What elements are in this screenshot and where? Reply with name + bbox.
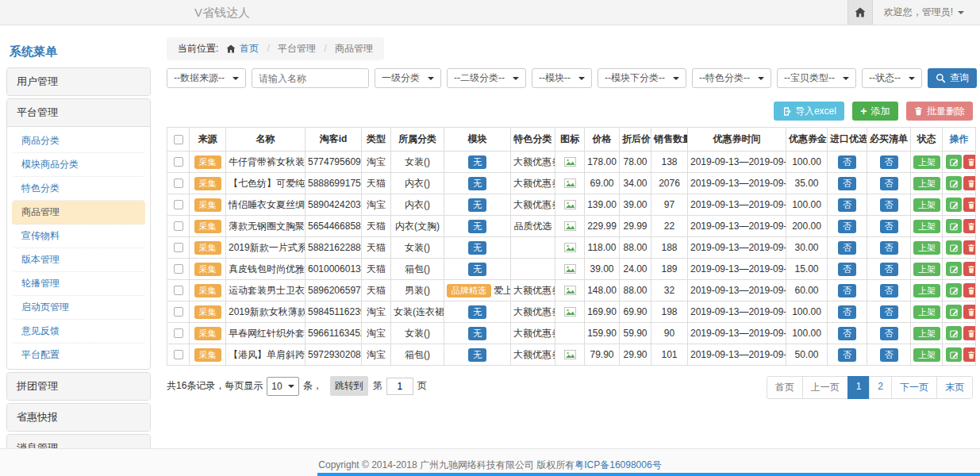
sidebar-subitem-启动页管理[interactable]: 启动页管理	[12, 296, 145, 320]
cell-discount-price: 88.00	[620, 280, 651, 301]
row-checkbox[interactable]	[174, 264, 183, 274]
cell-sales: 22	[651, 216, 688, 237]
caret-down-icon	[288, 385, 294, 388]
delete-button[interactable]	[963, 262, 976, 276]
app-title: V省钱达人	[194, 0, 250, 25]
edit-button[interactable]	[946, 305, 962, 319]
sidebar-subitem-轮播管理[interactable]: 轮播管理	[12, 272, 145, 296]
cell-category: 箱包()	[391, 259, 444, 280]
edit-button[interactable]	[946, 347, 962, 362]
edit-button[interactable]	[946, 326, 962, 340]
filter-select-宝贝类型[interactable]: --宝贝类型--	[777, 68, 856, 88]
delete-button[interactable]	[963, 155, 976, 169]
edit-button[interactable]	[946, 283, 962, 298]
sidebar-subitem-版本管理[interactable]: 版本管理	[12, 248, 145, 272]
filter-select-特色分类[interactable]: --特色分类--	[692, 68, 771, 88]
icp-link[interactable]: 粤ICP备16098006号	[575, 459, 661, 470]
cell-type: 天猫	[362, 237, 391, 259]
delete-button[interactable]	[963, 198, 976, 212]
filter-select-数据来源[interactable]: --数据来源--	[167, 68, 246, 88]
delete-button[interactable]	[963, 326, 976, 340]
sidebar-subitem-平台配置[interactable]: 平台配置	[12, 344, 145, 367]
cell-icon	[555, 216, 585, 237]
sidebar-subitem-商品管理[interactable]: 商品管理	[12, 201, 145, 225]
filter-select-一级分类[interactable]: 一级分类	[375, 68, 441, 88]
imported-badge: 否	[838, 220, 856, 233]
column-header-价格: 价格	[585, 128, 620, 152]
row-checkbox[interactable]	[174, 307, 183, 317]
edit-button[interactable]	[946, 176, 962, 190]
must-buy-badge: 否	[880, 305, 898, 319]
page-button-下一页[interactable]: 下一页	[891, 376, 937, 399]
select-all-checkbox[interactable]	[174, 135, 183, 144]
page-button-2[interactable]: 2	[869, 376, 892, 399]
row-checkbox[interactable]	[174, 178, 183, 188]
cell-price: 139.00	[585, 194, 620, 216]
name-search-input[interactable]	[252, 68, 369, 88]
edit-button[interactable]	[946, 262, 962, 276]
user-menu[interactable]: 欢迎您，管理员!	[873, 0, 980, 25]
sidebar-item-用户管理[interactable]: 用户管理	[7, 68, 150, 95]
sidebar-subitem-宣传物料[interactable]: 宣传物料	[12, 225, 145, 248]
cell-operations	[943, 173, 976, 194]
batch-delete-button[interactable]: 批量删除	[906, 102, 973, 121]
filter-select-二级分类[interactable]: --二级分类--	[447, 68, 526, 88]
cell-icon	[555, 280, 585, 301]
sidebar-item-平台管理[interactable]: 平台管理	[7, 99, 150, 126]
row-checkbox[interactable]	[174, 243, 183, 252]
cell-must-buy: 否	[867, 344, 911, 366]
cell-select	[167, 237, 190, 259]
import-excel-button[interactable]: 导入excel	[774, 102, 844, 121]
edit-button[interactable]	[946, 198, 962, 212]
cell-imported: 否	[828, 323, 867, 344]
row-checkbox[interactable]	[174, 221, 183, 231]
edit-button[interactable]	[946, 240, 962, 255]
must-buy-badge: 否	[880, 263, 898, 276]
cell-taoke-id: 577479560965	[306, 152, 362, 173]
home-button[interactable]	[847, 0, 873, 25]
sidebar-subitem-特色分类[interactable]: 特色分类	[12, 177, 145, 201]
row-checkbox[interactable]	[174, 157, 183, 167]
delete-button[interactable]	[963, 219, 976, 233]
delete-button[interactable]	[963, 283, 976, 298]
row-checkbox[interactable]	[174, 328, 183, 338]
sidebar-subitem-商品分类[interactable]: 商品分类	[12, 129, 145, 153]
delete-button[interactable]	[963, 305, 976, 319]
caret-down-icon	[578, 77, 585, 80]
jump-button[interactable]: 跳转到	[330, 376, 368, 396]
page-button-末页[interactable]: 末页	[936, 376, 973, 399]
source-badge: 采集	[194, 284, 221, 298]
add-button[interactable]: + 添加	[852, 102, 897, 121]
edit-button[interactable]	[946, 155, 962, 169]
breadcrumb-home-link[interactable]: 首页	[240, 43, 259, 54]
sidebar-subitem-意见反馈[interactable]: 意见反馈	[12, 320, 145, 344]
page-button-首页[interactable]: 首页	[767, 376, 803, 399]
row-checkbox[interactable]	[174, 200, 183, 209]
page-button-1[interactable]: 1	[847, 376, 870, 399]
delete-button[interactable]	[963, 176, 976, 190]
cell-coupon-amount: 100.00	[786, 194, 828, 216]
sidebar-item-省惠快报[interactable]: 省惠快报	[7, 404, 150, 431]
bottom-blue-strip	[317, 473, 980, 476]
delete-button[interactable]	[963, 240, 976, 255]
cell-select	[167, 216, 190, 237]
column-header-状态: 状态	[911, 128, 943, 152]
row-checkbox[interactable]	[174, 286, 183, 295]
row-checkbox[interactable]	[174, 350, 183, 359]
delete-button[interactable]	[963, 347, 976, 362]
imported-badge: 否	[838, 241, 856, 255]
page-button-上一页[interactable]: 上一页	[802, 376, 848, 399]
sidebar-item-拼团管理[interactable]: 拼团管理	[7, 373, 150, 400]
filter-select-模块[interactable]: --模块--	[532, 68, 592, 88]
cell-name: 2019新款一片式系...	[226, 237, 306, 259]
cell-icon	[555, 173, 585, 194]
filter-select-模块下分类[interactable]: --模块下分类--	[598, 68, 686, 88]
search-button[interactable]: 查询	[928, 68, 977, 88]
edit-button[interactable]	[946, 219, 962, 233]
filter-select-状态[interactable]: --状态--	[862, 68, 922, 88]
page-size-select[interactable]: 10	[267, 377, 298, 396]
jump-page-input[interactable]	[386, 378, 413, 395]
status-badge: 上架	[913, 241, 940, 255]
sidebar-subitem-模块商品分类[interactable]: 模块商品分类	[12, 153, 145, 177]
filter-select-value: --特色分类--	[699, 71, 750, 85]
